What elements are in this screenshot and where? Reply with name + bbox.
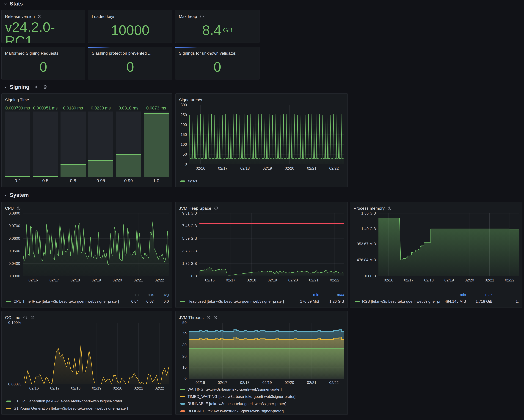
external-link-icon[interactable] [30, 316, 34, 320]
signatures-chart[interactable] [189, 105, 344, 164]
legend-series-label[interactable]: G1 Old Generation [teku-w3s-besu-teku-go… [14, 399, 169, 403]
panel-gc-time: GC time 0.000%0.100% 02/1602/1702/1802/1… [1, 311, 172, 415]
legend-series-label[interactable]: RSS [teku-w3s-besu-teku-goerli-web3signe… [362, 299, 440, 304]
jvm-heap-chart[interactable] [200, 213, 344, 276]
legend-series-swatch[interactable] [6, 408, 11, 409]
panel-malformed-requests: Malformed Signing Requests 0 [1, 47, 85, 79]
info-icon[interactable] [17, 206, 21, 210]
panel-unknown-validator: Signings for unknown validator... 0 [175, 47, 260, 79]
bar-gauge-column: 0.0180 ms0.8 [61, 105, 86, 185]
jvm-threads-chart[interactable] [189, 323, 344, 378]
x-axis-tick-label: 02/18 [236, 166, 254, 171]
legend-item: CPU Time IRate [teku-w3s-besu-teku-goerl… [5, 298, 169, 305]
x-axis-tick-label: 02/20 [280, 380, 299, 385]
legend-series-swatch[interactable] [180, 396, 185, 397]
bar-track [144, 111, 169, 177]
y-axis-tick-label: 953.67 MiB [357, 242, 376, 246]
legend-series-swatch[interactable] [180, 301, 185, 302]
panel-title[interactable]: Slashing protection prevented ... [92, 51, 151, 56]
bar-value-label: 0.0230 ms [88, 105, 113, 111]
panel-title[interactable]: Signings for unknown validator... [179, 51, 239, 56]
x-axis-tick-label: 02/20 [460, 278, 479, 283]
info-icon[interactable] [388, 206, 392, 210]
legend-series-label[interactable]: G1 Young Generation [teku-w3s-besu-teku-… [14, 406, 169, 411]
legend-header-min[interactable]: min [123, 292, 139, 297]
bar-gauge-column: 0.000799 ms0.2 [5, 105, 30, 185]
y-axis-tick-label: 100 [181, 142, 187, 147]
info-icon[interactable] [214, 206, 218, 210]
panel-title[interactable]: JVM Threads [179, 315, 203, 320]
section-header-stats[interactable]: Stats [3, 1, 23, 7]
info-icon[interactable] [23, 316, 27, 320]
bar-value-label: 0.0310 ms [116, 105, 141, 111]
legend-series-swatch[interactable] [355, 301, 360, 302]
bar-axis-label: 0.99 [116, 177, 141, 185]
x-axis-tick-label: 02/19 [87, 386, 106, 390]
x-axis-tick-label: 02/18 [66, 278, 85, 283]
bar-gauge-column: 0.0873 ms1.0 [144, 105, 169, 185]
section-header-system[interactable]: System [3, 192, 29, 198]
info-icon[interactable] [38, 14, 42, 18]
cpu-chart[interactable] [23, 213, 169, 276]
legend-series-swatch[interactable] [180, 389, 185, 390]
panel-title[interactable]: Loaded keys [92, 14, 115, 19]
panel-title[interactable]: Process memory [354, 206, 385, 211]
panel-title[interactable]: Max heap [179, 14, 197, 19]
trash-icon[interactable] [43, 85, 48, 89]
legend-series-label[interactable]: WAITING [teku-w3s-besu-teku-goerli-web3s… [187, 387, 344, 392]
x-axis-tick-label: 02/20 [280, 166, 299, 171]
gear-icon[interactable] [34, 85, 38, 89]
panel-title[interactable]: CPU [5, 206, 14, 211]
legend-header-max[interactable]: max [319, 292, 344, 297]
legend-series-label[interactable]: sigs/s [187, 179, 344, 183]
panel-title[interactable]: Signatures/s [179, 98, 202, 103]
y-axis-tick-label: 0.0500 [9, 249, 20, 253]
x-axis-tick-label: 02/20 [284, 278, 303, 283]
legend-header-blank[interactable] [492, 292, 519, 297]
x-axis-tick-label: 02/16 [24, 278, 43, 283]
x-axis-tick-label: 02/16 [201, 278, 219, 283]
legend-series-swatch[interactable] [180, 403, 185, 405]
x-axis-tick-label: 02/17 [399, 278, 418, 283]
panel-title[interactable]: Release version [5, 14, 35, 19]
legend-header-max[interactable]: max [466, 292, 492, 297]
y-axis-tick-label: 0.0600 [9, 236, 20, 241]
bar-axis-label: 0.5 [33, 177, 58, 185]
x-axis-tick-label: 02/22 [150, 278, 169, 283]
external-link-icon[interactable] [213, 316, 217, 320]
legend-series-label[interactable]: RUNNABLE [teku-w3s-besu-teku-goerli-web3… [187, 402, 344, 406]
legend-item: RUNNABLE [teku-w3s-besu-teku-goerli-web3… [179, 400, 344, 407]
panel-title[interactable]: Malformed Signing Requests [5, 51, 58, 56]
section-header-signing[interactable]: Signing [3, 84, 48, 90]
x-axis-tick-label: 02/21 [305, 278, 323, 283]
legend-header-min[interactable]: min [294, 292, 319, 297]
panel-title[interactable]: JVM Heap Space [179, 206, 211, 211]
legend-series-swatch[interactable] [6, 401, 11, 402]
panel-jvm-threads: JVM Threads 01020304050 02/1602/1702/180… [175, 311, 348, 415]
legend-header-max[interactable]: max [139, 292, 154, 297]
legend-series-label[interactable]: BLOCKED [teku-w3s-besu-teku-goerli-web3s… [187, 409, 344, 413]
process-memory-chart[interactable] [378, 213, 519, 276]
gc-time-chart[interactable] [24, 323, 169, 384]
legend-series-swatch[interactable] [180, 411, 185, 412]
legend-series-label[interactable]: TIMED_WAITING [teku-w3s-besu-teku-goerli… [187, 394, 344, 399]
x-axis-tick-label: 02/22 [325, 278, 344, 283]
info-icon[interactable] [206, 316, 210, 320]
legend-series-label[interactable]: CPU Time IRate [teku-w3s-besu-teku-goerl… [14, 299, 123, 304]
legend-series-swatch[interactable] [6, 301, 11, 302]
panel-title[interactable]: Signing Time [5, 98, 29, 103]
panel-title[interactable]: GC time [5, 315, 20, 320]
legend-headers: minmaxavg [5, 292, 169, 297]
y-axis-tick-label: 150 [181, 132, 187, 137]
legend-series-label[interactable]: Heap used [teku-w3s-besu-teku-goerli-web… [187, 299, 294, 304]
stat-value: 10000 [111, 23, 149, 37]
legend-header-avg[interactable]: avg [154, 292, 169, 297]
bar-fill [116, 154, 141, 177]
legend-header-min[interactable]: min [440, 292, 466, 297]
legend-stat-value: 176.39 MiB [294, 299, 319, 304]
legend-headers: minmax [179, 292, 344, 297]
legend-series-swatch[interactable] [180, 180, 185, 182]
info-icon[interactable] [200, 14, 204, 18]
bar-axis-label: 0.95 [88, 177, 113, 185]
signing-time-bar-gauge[interactable]: 0.000799 ms0.20.000951 ms0.50.0180 ms0.8… [5, 105, 169, 185]
